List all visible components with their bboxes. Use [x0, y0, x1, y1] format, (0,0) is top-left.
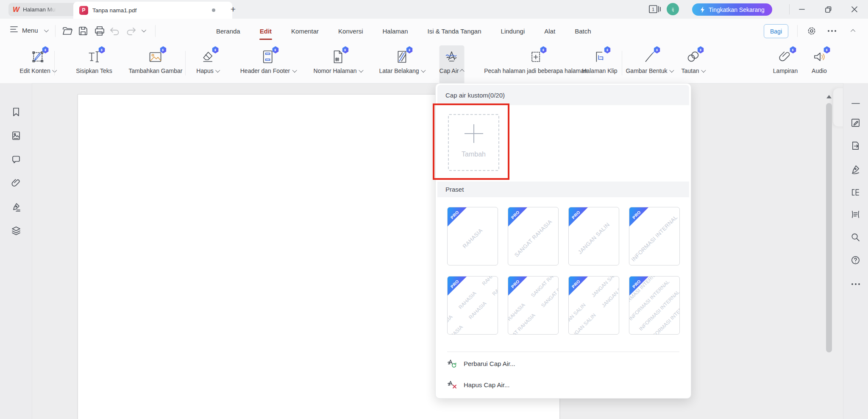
search-icon[interactable]: [851, 232, 860, 242]
divider: [55, 25, 56, 37]
menu-tab-edit[interactable]: Edit: [259, 25, 273, 37]
collapse-panel-icon[interactable]: [851, 98, 860, 108]
menu-tab-lindungi[interactable]: Lindungi: [500, 25, 526, 37]
annotate-icon[interactable]: [851, 118, 860, 128]
menu-button[interactable]: [10, 26, 18, 33]
right-panel-rail: [843, 83, 868, 419]
ribbon-item-nomor-halaman[interactable]: Nomor Halaman: [314, 45, 362, 85]
main-menu-tabs: Beranda Edit Komentar Konversi Halaman I…: [215, 19, 592, 43]
custom-watermark-header: Cap air kustom(0/20): [437, 85, 689, 105]
menu-tab-komentar[interactable]: Komentar: [290, 25, 320, 37]
preset-watermark-informasi-internal-tiled[interactable]: INFORMASI INTERNALINFORMASI INTERNAL INF…: [629, 276, 680, 335]
crop-page-icon[interactable]: [851, 210, 860, 219]
chevron-up-icon: [459, 69, 464, 74]
chevron-down-icon[interactable]: [44, 28, 49, 32]
open-file-button[interactable]: [62, 26, 73, 36]
more-tools-icon[interactable]: [851, 279, 860, 289]
tab-home[interactable]: W Halaman Mul: [8, 3, 78, 16]
update-watermark-icon: [447, 358, 457, 369]
ribbon-item-sisipkan-teks[interactable]: Sisipkan Teks: [76, 45, 112, 85]
ribbon-item-header-footer[interactable]: Header dan Footer: [240, 45, 296, 85]
layers-icon[interactable]: [11, 226, 21, 236]
divider: [54, 51, 55, 75]
ribbon-item-tautan[interactable]: Tautan: [681, 45, 704, 85]
lightning-icon: [700, 6, 706, 13]
chevron-down-icon: [215, 68, 220, 73]
pro-corner-badge: PRO: [508, 207, 528, 227]
export-document-icon[interactable]: [851, 141, 860, 151]
chevron-down-icon[interactable]: [142, 28, 146, 32]
preset-watermark-sangat-rahasia-tiled[interactable]: SANGAT RAHASIASANGAT RAHASIA SANGAT RAHA…: [508, 276, 559, 335]
preset-watermark-rahasia-tiled[interactable]: RAHASIARAHASIA RAHASIARAHASIA RAHASIARAH…: [447, 276, 498, 335]
menu-tab-alat[interactable]: Alat: [543, 25, 556, 37]
upgrade-button[interactable]: Tingkatkan Sekarang: [692, 3, 772, 16]
menu-tab-isi-tanda-tangan[interactable]: Isi & Tanda Tangan: [427, 25, 482, 37]
menu-tab-beranda[interactable]: Beranda: [215, 25, 241, 37]
ribbon-item-cap-air[interactable]: Cap Air: [440, 45, 465, 85]
ribbon-item-pecah-halaman[interactable]: Pecah halaman jadi beberapa halaman: [484, 45, 587, 85]
document-tab-label: Tanpa nama1.pdf: [92, 7, 208, 14]
ribbon-item-lampiran[interactable]: Lampiran: [773, 45, 798, 85]
update-watermark-item[interactable]: Perbarui Cap Air...: [447, 355, 515, 372]
tab-document[interactable]: P Tanpa nama1.pdf: [73, 2, 232, 19]
chevron-down-icon: [52, 68, 57, 73]
help-icon[interactable]: [851, 255, 860, 265]
page-thumbnails-icon[interactable]: [11, 131, 21, 141]
more-options-icon[interactable]: [828, 30, 836, 32]
preset-watermark-jangan-salin-tiled[interactable]: JANGAN SALINJANGAN SALIN JANGAN SALINJAN…: [568, 276, 619, 335]
settings-gear-icon[interactable]: [807, 26, 817, 36]
preset-watermark-jangan-salin[interactable]: JANGAN SALIN PRO: [568, 207, 619, 265]
ribbon-item-hapus[interactable]: Hapus: [196, 45, 219, 85]
divider: [447, 352, 679, 352]
comments-icon[interactable]: [11, 154, 21, 165]
ribbon-item-gambar-bentuk[interactable]: Gambar Bentuk: [626, 45, 673, 85]
chevron-down-icon: [359, 68, 363, 73]
divider: [185, 51, 186, 75]
pro-corner-badge: PRO: [629, 207, 649, 227]
remove-watermark-item[interactable]: Hapus Cap Air...: [447, 376, 509, 393]
collapse-ribbon-icon[interactable]: [851, 29, 855, 34]
ribbon-item-edit-konten[interactable]: Edit Konten: [19, 45, 56, 85]
redo-icon[interactable]: [125, 26, 136, 36]
attachments-icon[interactable]: [11, 178, 21, 188]
pdf-file-icon: P: [79, 6, 88, 15]
ribbon-item-halaman-klip[interactable]: Halaman Klip: [582, 45, 617, 85]
ribbon-item-latar-belakang[interactable]: Latar Belakang: [379, 45, 424, 85]
preset-watermark-rahasia[interactable]: RAHASIA PRO: [447, 207, 498, 265]
close-button[interactable]: [846, 3, 863, 16]
menu-tab-konversi[interactable]: Konversi: [337, 25, 364, 37]
bookmarks-icon[interactable]: [11, 107, 21, 117]
ribbon-toolbar: Edit Konten Sisipkan Teks Tambahkan Gamb…: [0, 43, 868, 84]
minimize-button[interactable]: [793, 3, 810, 16]
restore-button[interactable]: [820, 3, 837, 16]
scrollbar-thumb[interactable]: [826, 103, 832, 352]
ribbon-item-audio[interactable]: Audio: [812, 45, 827, 85]
window-count-icon[interactable]: 1: [648, 5, 663, 14]
menu-label[interactable]: Menu: [22, 27, 38, 34]
undo-icon[interactable]: [109, 26, 120, 36]
remove-watermark-icon: [447, 380, 457, 390]
chevron-down-icon: [421, 68, 426, 73]
menu-tab-batch[interactable]: Batch: [574, 25, 592, 37]
divider: [797, 25, 798, 37]
avatar[interactable]: ij: [667, 3, 679, 15]
upgrade-label: Tingkatkan Sekarang: [709, 6, 765, 13]
save-button[interactable]: [78, 26, 88, 36]
scrollbar-up-arrow[interactable]: [826, 95, 832, 98]
text-layout-icon[interactable]: [851, 187, 860, 197]
signature-pen-icon[interactable]: [851, 165, 860, 174]
ribbon-item-tambahkan-gambar[interactable]: Tambahkan Gambar: [129, 45, 183, 85]
preset-watermark-informasi-internal[interactable]: INFORMASI INTERNAL PRO: [629, 207, 680, 265]
new-tab-button[interactable]: +: [227, 3, 239, 15]
preset-watermark-sangat-rahasia[interactable]: SANGAT RAHASIA PRO: [508, 207, 559, 265]
divider: [155, 25, 156, 37]
signature-icon[interactable]: [11, 202, 21, 212]
chevron-down-icon: [701, 68, 706, 73]
print-button[interactable]: [94, 26, 105, 36]
share-button[interactable]: Bagi: [764, 24, 788, 38]
home-tab-label: Halaman Mul: [23, 6, 57, 13]
menu-tab-halaman[interactable]: Halaman: [381, 25, 409, 37]
menu-bar: Menu Beranda Edit Komentar Konv: [0, 19, 868, 43]
title-bar: W Halaman Mul P Tanpa nama1.pdf + 1 ij T…: [0, 0, 868, 19]
unsaved-dot-icon: [212, 8, 215, 12]
